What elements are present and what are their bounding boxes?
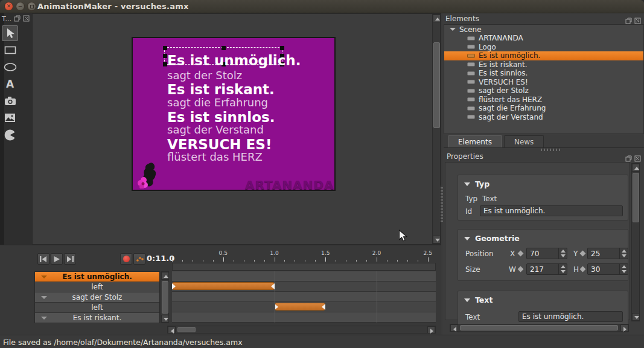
tree-item[interactable]: Es ist sinnlos.	[444, 69, 643, 78]
timeline-track-label[interactable]: left	[35, 282, 159, 292]
scroll-up-icon[interactable]	[632, 164, 640, 172]
timeline-track-lane[interactable]	[172, 312, 436, 322]
geometrie-group-header[interactable]: Geometrie	[464, 234, 520, 243]
scroll-left-icon[interactable]	[168, 326, 176, 334]
tree-item[interactable]: Logo	[444, 43, 643, 52]
close-button[interactable]: ✕	[4, 2, 13, 11]
scrollbar-thumb[interactable]	[433, 42, 440, 128]
spinner-arrows-icon[interactable]	[619, 264, 628, 274]
record-button[interactable]	[120, 253, 132, 265]
timeline-track-lane[interactable]	[172, 271, 436, 281]
text-tool[interactable]: A	[2, 76, 18, 92]
w-value[interactable]	[527, 264, 558, 274]
scroll-right-icon[interactable]	[620, 324, 628, 332]
x-spinbox[interactable]	[526, 248, 567, 259]
rectangle-tool[interactable]	[2, 42, 18, 58]
h-value[interactable]	[588, 264, 619, 274]
timeline-ruler[interactable]: 0.51.01.52.02.5	[172, 246, 436, 262]
x-value[interactable]	[527, 248, 558, 259]
timeline-track-label[interactable]: Es ist unmöglich.	[35, 272, 159, 282]
tree-item[interactable]: Es ist unmöglich.	[444, 51, 643, 60]
timeline-graph[interactable]	[172, 271, 436, 323]
id-field[interactable]	[480, 205, 623, 216]
tree-item[interactable]: VERSUCH ES!	[444, 78, 643, 87]
scroll-up-icon[interactable]	[161, 272, 169, 280]
y-spinbox[interactable]	[587, 248, 628, 259]
tree-item[interactable]: sagt der Verstand	[444, 113, 643, 122]
float-icon[interactable]	[14, 15, 21, 22]
skip-to-end-button[interactable]	[64, 253, 76, 265]
chevron-down-icon[interactable]	[41, 276, 47, 279]
scroll-left-icon[interactable]	[450, 324, 458, 332]
w-spinbox[interactable]	[526, 263, 567, 275]
scroll-down-icon[interactable]	[161, 315, 169, 323]
tree-item[interactable]: sagt der Stolz	[444, 86, 643, 95]
spinner-arrows-icon[interactable]	[619, 248, 628, 259]
ellipse-tool[interactable]	[2, 59, 18, 75]
chevron-down-icon[interactable]	[450, 28, 456, 31]
autokeyframe-button[interactable]	[133, 253, 145, 265]
float-icon[interactable]	[625, 15, 632, 22]
tree-item[interactable]: Es ist riskant.	[444, 60, 643, 69]
scroll-down-icon[interactable]	[632, 313, 640, 321]
scene-text-item[interactable]: Es ist riskant.	[167, 82, 275, 97]
tree-root-scene[interactable]: Scene	[444, 25, 643, 34]
y-value[interactable]	[588, 248, 619, 259]
tab-news[interactable]: News	[504, 135, 544, 147]
keyframe-marker-icon[interactable]	[172, 283, 176, 289]
tracklist-vertical-scrollbar[interactable]	[161, 271, 169, 323]
typ-group-header[interactable]: Typ	[464, 179, 489, 188]
keyframe-diamond-icon[interactable]	[580, 251, 586, 257]
chevron-down-icon[interactable]	[41, 317, 47, 320]
scene-text-item[interactable]: sagt die Erfahrung	[167, 96, 268, 109]
play-button[interactable]	[51, 253, 63, 265]
properties-vertical-scrollbar[interactable]	[631, 163, 640, 321]
canvas-view[interactable]: ARTANANDA Es ist unmöglich.sagt der Stol…	[32, 13, 441, 245]
selection-handle[interactable]	[163, 54, 167, 58]
spinner-arrows-icon[interactable]	[558, 248, 567, 259]
scrollbar-thumb[interactable]	[633, 173, 639, 222]
close-icon[interactable]	[634, 153, 641, 160]
timeline-horizontal-scrollbar[interactable]	[167, 326, 436, 334]
scrollbar-thumb[interactable]	[162, 281, 168, 314]
timeline-track-label[interactable]: sagt der Stolz	[35, 292, 159, 302]
selection-handle[interactable]	[222, 46, 226, 50]
scroll-down-icon[interactable]	[433, 236, 441, 243]
timeline-track-lane[interactable]	[172, 302, 436, 312]
skip-to-start-button[interactable]	[37, 253, 49, 265]
close-icon[interactable]	[23, 15, 30, 22]
vertical-splitter-handle[interactable]	[441, 185, 443, 222]
canvas-vertical-scrollbar[interactable]	[432, 14, 441, 244]
keyframe-diamond-icon[interactable]	[518, 266, 524, 272]
tree-item[interactable]: ARTANANDA	[444, 34, 643, 43]
scrollbar-thumb[interactable]	[177, 327, 196, 332]
scroll-up-icon[interactable]	[433, 14, 441, 22]
timeline-animation-bar[interactable]	[172, 282, 275, 290]
scene-text-item[interactable]: sagt der Verstand	[167, 123, 264, 136]
timeline-animation-bar[interactable]	[275, 303, 326, 311]
shape-tool[interactable]	[2, 127, 18, 143]
maximize-button[interactable]	[27, 2, 36, 11]
scrollbar-thumb[interactable]	[460, 325, 618, 330]
scene-text-item[interactable]: flüstert das HERZ	[167, 150, 263, 163]
keyframe-diamond-icon[interactable]	[518, 251, 524, 257]
float-icon[interactable]	[625, 153, 632, 160]
properties-horizontal-scrollbar[interactable]	[450, 324, 629, 332]
scene-text-item[interactable]: sagt der Stolz	[167, 69, 242, 82]
text-field[interactable]	[518, 311, 623, 322]
select-tool[interactable]	[2, 25, 18, 41]
chevron-down-icon[interactable]	[41, 296, 47, 299]
text-group-header[interactable]: Text	[464, 295, 493, 304]
keyframe-diamond-icon[interactable]	[580, 266, 586, 272]
timeline-track-label[interactable]: Es ist riskant.	[35, 313, 159, 323]
scene-logo[interactable]	[136, 160, 161, 191]
timeline-track-label[interactable]: left	[35, 303, 159, 312]
tree-item[interactable]: sagt die Erfahrung	[444, 104, 643, 113]
image-tool[interactable]	[2, 110, 18, 126]
h-spinbox[interactable]	[587, 263, 628, 275]
timeline-track-lane[interactable]	[172, 282, 436, 291]
scene-text-item[interactable]: Es ist unmöglich.	[167, 53, 301, 68]
selection-handle[interactable]	[163, 46, 167, 50]
camera-tool[interactable]	[2, 93, 18, 109]
selection-handle[interactable]	[280, 46, 284, 50]
